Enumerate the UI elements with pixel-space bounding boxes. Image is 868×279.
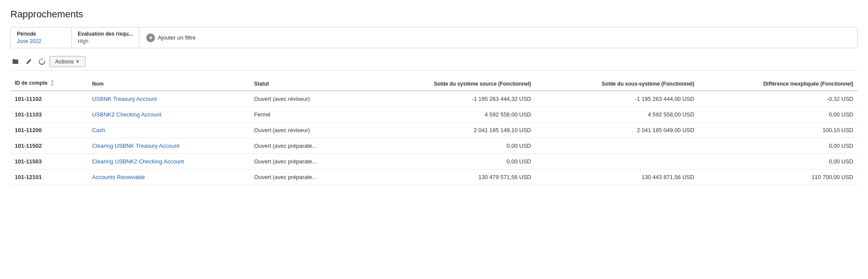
cell-status: Ouvert (avec préparate... bbox=[250, 169, 365, 185]
filter-bar: Période June 2022 Evaluation des risqu..… bbox=[10, 27, 858, 48]
cell-account-name[interactable]: Clearing USBNK2 Checking Account bbox=[88, 154, 250, 169]
cell-account-id: 101-11102 bbox=[10, 91, 88, 107]
edit-icon[interactable] bbox=[23, 56, 34, 67]
cell-unexplained-diff: -0,32 USD bbox=[699, 91, 858, 107]
filter-period: Période June 2022 bbox=[11, 27, 72, 48]
filter-risk: Evaluation des risqu... High bbox=[72, 27, 139, 48]
cell-source-balance: 4 592 558,00 USD bbox=[365, 107, 536, 123]
col-header-unexplained-diff: Différence inexpliquée (Fonctionnel) bbox=[699, 76, 858, 91]
account-name-link[interactable]: Clearing USBNK2 Checking Account bbox=[92, 158, 184, 165]
filter-risk-label: Evaluation des risqu... bbox=[78, 31, 133, 37]
cell-account-name[interactable]: USBNK2 Checking Account bbox=[88, 107, 250, 123]
sort-icons-account-id[interactable]: ▲ ▽ bbox=[51, 80, 54, 87]
cell-account-name[interactable]: Cash bbox=[88, 123, 250, 138]
cell-status: Ouvert (avec réviseur) bbox=[250, 91, 365, 107]
cell-source-balance: 0,00 USD bbox=[365, 154, 536, 169]
page-title: Rapprochements bbox=[10, 9, 858, 20]
cell-unexplained-diff: 110 700,00 USD bbox=[699, 169, 858, 185]
add-filter-button[interactable]: + Ajouter un filtre bbox=[139, 27, 202, 48]
chevron-down-icon: ▼ bbox=[76, 59, 80, 64]
table-row: 101-11102USBNK Treasury AccountOuvert (a… bbox=[10, 91, 858, 107]
col-header-status: Statut bbox=[250, 76, 365, 91]
account-name-link[interactable]: Cash bbox=[92, 127, 105, 133]
cell-unexplained-diff: 0,00 USD bbox=[699, 107, 858, 123]
filter-risk-value: High bbox=[78, 38, 89, 44]
actions-button[interactable]: Actions ▼ bbox=[49, 56, 85, 67]
account-name-link[interactable]: USBNK Treasury Account bbox=[92, 96, 157, 102]
table-row: 101-12101Accounts ReceivableOuvert (avec… bbox=[10, 169, 858, 185]
folder-icon[interactable] bbox=[10, 56, 21, 67]
filter-period-value[interactable]: June 2022 bbox=[17, 38, 41, 44]
col-header-name: Nom bbox=[88, 76, 250, 91]
cell-account-name[interactable]: Clearing USBNK Treasury Account bbox=[88, 138, 250, 154]
table-row: 101-11103USBNK2 Checking AccountFermé4 5… bbox=[10, 107, 858, 123]
table-row: 101-11503Clearing USBNK2 Checking Accoun… bbox=[10, 154, 858, 169]
cell-account-id: 101-11103 bbox=[10, 107, 88, 123]
add-filter-plus-icon: + bbox=[146, 33, 155, 42]
col-header-subsystem-balance: Solde du sous-système (Fonctionnel) bbox=[536, 76, 699, 91]
cell-subsystem-balance: 2 041 185 049,00 USD bbox=[536, 123, 699, 138]
cell-unexplained-diff: 100,10 USD bbox=[699, 123, 858, 138]
account-name-link[interactable]: Clearing USBNK Treasury Account bbox=[92, 143, 179, 149]
cell-source-balance: 0,00 USD bbox=[365, 138, 536, 154]
cell-subsystem-balance bbox=[536, 138, 699, 154]
cell-source-balance: 130 479 571,56 USD bbox=[365, 169, 536, 185]
cell-subsystem-balance: 4 592 558,00 USD bbox=[536, 107, 699, 123]
actions-label: Actions bbox=[55, 58, 74, 65]
cell-account-id: 101-11200 bbox=[10, 123, 88, 138]
cell-unexplained-diff: 0,00 USD bbox=[699, 138, 858, 154]
col-header-source-balance: Solde du système source (Fonctionnel) bbox=[365, 76, 536, 91]
cell-account-name[interactable]: Accounts Receivable bbox=[88, 169, 250, 185]
table-row: 101-11502Clearing USBNK Treasury Account… bbox=[10, 138, 858, 154]
cell-subsystem-balance: -1 195 263 444,00 USD bbox=[536, 91, 699, 107]
refresh-icon[interactable] bbox=[36, 56, 47, 67]
cell-source-balance: -1 195 263 444,32 USD bbox=[365, 91, 536, 107]
cell-subsystem-balance bbox=[536, 154, 699, 169]
account-name-link[interactable]: USBNK2 Checking Account bbox=[92, 111, 161, 118]
reconciliations-table: ID de compte ▲ ▽ Nom Statut Solde du sys… bbox=[10, 76, 858, 185]
cell-subsystem-balance: 130 443 871,56 USD bbox=[536, 169, 699, 185]
col-header-account-id: ID de compte ▲ ▽ bbox=[10, 76, 88, 91]
cell-status: Ouvert (avec préparate... bbox=[250, 154, 365, 169]
account-name-link[interactable]: Accounts Receivable bbox=[92, 174, 145, 180]
cell-status: Fermé bbox=[250, 107, 365, 123]
add-filter-label: Ajouter un filtre bbox=[158, 34, 195, 41]
cell-account-id: 101-12101 bbox=[10, 169, 88, 185]
table-row: 101-11200CashOuvert (avec réviseur)2 041… bbox=[10, 123, 858, 138]
cell-unexplained-diff: 0,00 USD bbox=[699, 154, 858, 169]
filter-period-label: Période bbox=[17, 31, 65, 37]
cell-status: Ouvert (avec préparate... bbox=[250, 138, 365, 154]
cell-account-id: 101-11503 bbox=[10, 154, 88, 169]
cell-status: Ouvert (avec réviseur) bbox=[250, 123, 365, 138]
cell-account-name[interactable]: USBNK Treasury Account bbox=[88, 91, 250, 107]
toolbar: Actions ▼ bbox=[10, 53, 858, 71]
cell-account-id: 101-11502 bbox=[10, 138, 88, 154]
cell-source-balance: 2 041 185 149,10 USD bbox=[365, 123, 536, 138]
